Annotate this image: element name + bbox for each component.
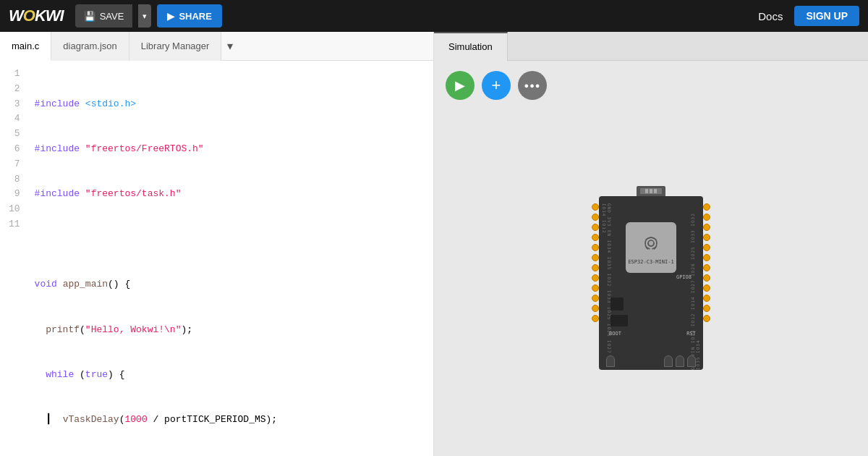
simulation-tab[interactable]: Simulation: [434, 32, 508, 61]
tabs: main.c diagram.json Library Manager ▾: [0, 32, 433, 61]
logo: WOKWI: [9, 7, 64, 25]
tabs-more-button[interactable]: ▾: [221, 39, 239, 53]
pin-left-7: [592, 264, 599, 271]
save-button[interactable]: 💾 SAVE: [75, 4, 133, 28]
simulation-panel: Simulation ▶ + ●●●: [434, 32, 868, 456]
pin-right-9: [703, 284, 710, 292]
left-pins: [592, 203, 599, 322]
plus-icon: +: [492, 76, 501, 95]
signup-button[interactable]: SIGN UP: [794, 6, 859, 26]
code-editor[interactable]: 1 2 3 4 5 6 7 8 9 10 11 #include <stdio.…: [0, 61, 433, 456]
pin-left-4: [592, 234, 599, 241]
pin-right-10: [703, 295, 710, 302]
code-content[interactable]: #include <stdio.h> #include "freertos/Fr…: [29, 67, 433, 450]
pin-right-8: [703, 274, 710, 282]
wifi-module: ESP32-C3-MINI-1: [626, 222, 676, 273]
share-icon: ▶: [167, 11, 174, 22]
small-chip-2: [610, 315, 628, 326]
audio-jack-right3: [687, 355, 696, 367]
main-area: main.c diagram.json Library Manager ▾ 1 …: [0, 32, 868, 456]
pin-left-6: [592, 254, 599, 261]
fingerprint-icon: [638, 230, 664, 256]
simulation-controls: ▶ + ●●●: [434, 61, 868, 110]
pin-right-4: [703, 234, 710, 241]
audio-jack-right2: [676, 355, 684, 367]
more-options-button[interactable]: ●●●: [518, 71, 547, 100]
small-chip-1: [610, 297, 624, 311]
code-panel: main.c diagram.json Library Manager ▾ 1 …: [0, 32, 434, 456]
save-label: SAVE: [100, 11, 124, 22]
bottom-right-ports: [664, 355, 696, 367]
rst-label: RST: [686, 331, 696, 337]
share-button[interactable]: ▶ SHARE: [157, 4, 222, 28]
pin-left-1: [592, 203, 599, 211]
docs-link[interactable]: Docs: [758, 10, 783, 22]
pin-right-2: [703, 214, 710, 221]
right-pins: [703, 203, 710, 322]
pin-right-5: [703, 244, 710, 251]
share-label: SHARE: [179, 11, 212, 22]
pin-right-11: [703, 305, 710, 312]
topbar: WOKWI 💾 SAVE ▾ ▶ SHARE Docs SIGN UP: [0, 0, 868, 32]
audio-jack-right: [664, 355, 673, 367]
pin-left-2: [592, 214, 599, 221]
tab-diagram-json[interactable]: diagram.json: [51, 32, 129, 61]
line-numbers: 1 2 3 4 5 6 7 8 9 10 11: [0, 67, 29, 450]
gpio8-label: GPIO8: [676, 274, 692, 280]
ellipsis-icon: ●●●: [524, 81, 541, 90]
pin-right-6: [703, 254, 710, 261]
tab-main-c[interactable]: main.c: [0, 32, 51, 61]
pin-right-7: [703, 264, 710, 271]
play-button[interactable]: ▶: [446, 71, 475, 100]
bottom-left-ports: [606, 355, 615, 367]
save-dropdown-button[interactable]: ▾: [138, 4, 151, 28]
esp32-board-container: GND 3V3 EN IO34 IO35 IO32 IO33 IO25 IO26…: [599, 196, 703, 370]
boot-label: BOOT: [609, 331, 621, 337]
pin-right-3: [703, 224, 710, 231]
audio-jack-left: [606, 355, 615, 367]
board-body: ESP32-C3-MINI-1 GPIO8: [599, 196, 703, 370]
pin-left-9: [592, 284, 599, 292]
pin-left-8: [592, 274, 599, 282]
simulation-tab-bar: Simulation: [434, 32, 868, 61]
usb-connector: [637, 186, 665, 196]
pin-left-10: [592, 295, 599, 302]
esp32-board: GND 3V3 EN IO34 IO35 IO32 IO33 IO25 IO26…: [599, 196, 703, 370]
module-label: ESP32-C3-MINI-1: [628, 259, 673, 265]
play-icon: ▶: [455, 77, 465, 93]
add-component-button[interactable]: +: [482, 71, 511, 100]
pin-left-11: [592, 305, 599, 312]
tab-library-manager[interactable]: Library Manager: [129, 32, 222, 61]
topbar-right: Docs SIGN UP: [758, 6, 859, 26]
pin-right-12: [703, 315, 710, 322]
save-icon: 💾: [84, 11, 95, 22]
pin-left-5: [592, 244, 599, 251]
pin-right-1: [703, 203, 710, 211]
pin-left-12: [592, 315, 599, 322]
simulation-canvas: GND 3V3 EN IO34 IO35 IO32 IO33 IO25 IO26…: [434, 110, 868, 456]
pin-left-3: [592, 224, 599, 231]
